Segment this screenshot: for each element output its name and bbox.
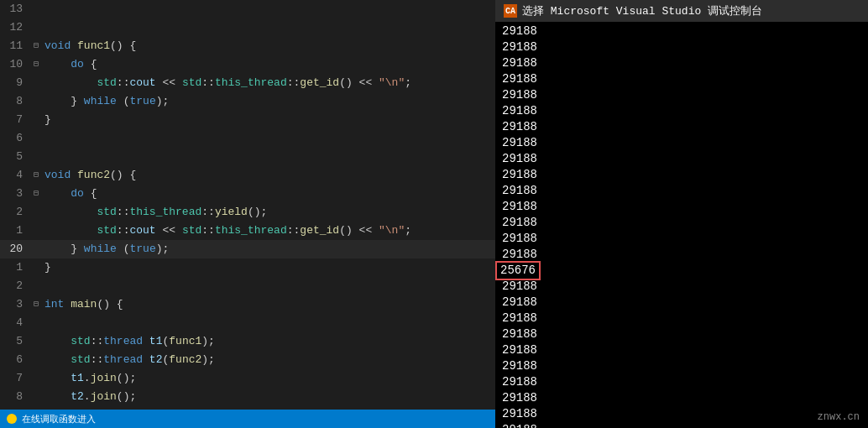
- collapse-icon[interactable]: ⊟: [34, 166, 39, 185]
- line-number: 3: [0, 185, 29, 203]
- line-number: 11: [0, 37, 29, 55]
- output-line: 29188: [495, 422, 868, 428]
- line-number: 9: [0, 74, 29, 92]
- status-indicator: [7, 414, 17, 424]
- output-line: 29188: [495, 215, 868, 231]
- line-content: } while (true);: [43, 240, 495, 258]
- line-content: std::thread t1(func1);: [43, 332, 495, 351]
- line-gutter: ⊟: [29, 55, 43, 74]
- line-content: }: [43, 111, 495, 129]
- code-line: 5 std::thread t1(func1);: [0, 332, 495, 351]
- output-value: 29188: [495, 167, 537, 183]
- status-bar: 在线调取函数进入: [0, 410, 495, 428]
- collapse-icon[interactable]: ⊟: [34, 295, 39, 314]
- code-line: 3 ⊟ do {: [0, 185, 495, 203]
- code-line: 5: [0, 148, 495, 166]
- output-line: 29188: [495, 55, 868, 71]
- output-value: 29188: [495, 422, 537, 428]
- collapse-icon[interactable]: ⊟: [34, 185, 39, 203]
- line-number: 20: [0, 240, 29, 258]
- line-content: t1.join();: [43, 369, 495, 388]
- output-line: 29188: [495, 295, 868, 311]
- line-number: 8: [0, 92, 29, 111]
- collapse-icon[interactable]: ⊟: [34, 55, 39, 74]
- line-number: 12: [0, 18, 29, 37]
- code-line: 1 }: [0, 258, 495, 277]
- output-line: 29188: [495, 279, 868, 295]
- line-number: 1: [0, 258, 29, 277]
- output-value: 29188: [495, 406, 537, 422]
- line-gutter: ⊟: [29, 37, 43, 55]
- code-line: 7 }: [0, 111, 495, 129]
- output-line: 29188: [495, 167, 868, 183]
- output-value: 29188: [495, 199, 537, 215]
- code-line: 9 std::cout << std::this_thread::get_id(…: [0, 74, 495, 92]
- code-line-current: 20 } while (true);: [0, 240, 495, 258]
- output-line: 29188: [495, 311, 868, 326]
- output-value: 29188: [495, 374, 537, 390]
- output-value: 29188: [495, 183, 537, 199]
- output-value: 29188: [495, 342, 537, 358]
- code-line: 1 std::cout << std::this_thread::get_id(…: [0, 222, 495, 240]
- code-line: 13: [0, 0, 495, 18]
- line-number: 7: [0, 111, 29, 129]
- line-content: void func2() {: [43, 166, 495, 185]
- output-line: 29188: [495, 231, 868, 247]
- output-line: 29188: [495, 406, 868, 422]
- watermark: znwx.cn: [818, 411, 860, 423]
- output-value: 29188: [495, 103, 537, 119]
- line-number: 5: [0, 148, 29, 166]
- code-line: 12: [0, 18, 495, 37]
- code-line: 6: [0, 129, 495, 148]
- output-value: 29188: [495, 151, 537, 167]
- line-number: 6: [0, 129, 29, 148]
- console-output: 2918829188291882918829188291882918829188…: [495, 22, 868, 428]
- output-line: 29188: [495, 23, 868, 39]
- code-line: 10 ⊟ do {: [0, 55, 495, 74]
- output-line: 29188: [495, 39, 868, 55]
- output-value: 29188: [495, 39, 537, 55]
- line-number: 10: [0, 55, 29, 74]
- debug-console: CA 选择 Microsoft Visual Studio 调试控制台 2918…: [495, 0, 868, 428]
- output-line: 29188: [495, 247, 868, 263]
- line-content: do {: [43, 185, 495, 203]
- line-content: void func1() {: [43, 37, 495, 55]
- code-line: 6 std::thread t2(func2);: [0, 351, 495, 369]
- line-content: t2.join();: [43, 388, 495, 406]
- line-gutter: ⊟: [29, 185, 43, 203]
- collapse-icon[interactable]: ⊟: [34, 37, 39, 55]
- line-number: 2: [0, 277, 29, 295]
- line-number: 5: [0, 332, 29, 351]
- line-number: 4: [0, 166, 29, 185]
- main-container: 13 12 11 ⊟ void func1() { 10 ⊟ do {: [0, 0, 868, 428]
- line-content: do {: [43, 55, 495, 74]
- output-value: 29188: [495, 87, 537, 103]
- line-number: 8: [0, 388, 29, 406]
- code-line: 8 } while (true);: [0, 92, 495, 111]
- output-line: 29188: [495, 390, 868, 406]
- output-line: 29188: [495, 326, 868, 342]
- line-number: 1: [0, 222, 29, 240]
- code-line: 11 ⊟ void func1() {: [0, 37, 495, 55]
- output-value: 29188: [495, 295, 537, 311]
- output-value: 29188: [495, 390, 537, 406]
- output-value: 29188: [495, 23, 537, 39]
- output-line: 29188: [495, 358, 868, 374]
- code-line: 4 ⊟ void func2() {: [0, 166, 495, 185]
- output-value: 29188: [495, 55, 537, 71]
- line-number: 13: [0, 0, 29, 18]
- code-line: 8 t2.join();: [0, 388, 495, 406]
- output-value: 29188: [495, 215, 537, 231]
- line-content: std::thread t2(func2);: [43, 351, 495, 369]
- line-number: 3: [0, 295, 29, 314]
- output-value: 29188: [495, 135, 537, 151]
- output-line: 29188: [495, 374, 868, 390]
- line-content: std::cout << std::this_thread::get_id() …: [43, 74, 495, 92]
- line-gutter: ⊟: [29, 166, 43, 185]
- console-title: 选择 Microsoft Visual Studio 调试控制台: [522, 3, 762, 18]
- code-line: 3 ⊟ int main() {: [0, 295, 495, 314]
- code-lines: 13 12 11 ⊟ void func1() { 10 ⊟ do {: [0, 0, 495, 428]
- status-text: 在线调取函数进入: [22, 413, 96, 425]
- line-number: 6: [0, 351, 29, 369]
- output-line: 29188: [495, 71, 868, 87]
